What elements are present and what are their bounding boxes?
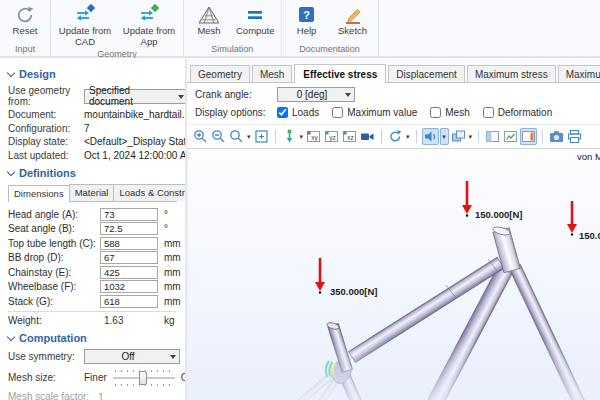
ribbon-group-label: Simulation — [187, 43, 278, 56]
settings-panel: Design Use geometry from: Specified docu… — [0, 58, 187, 400]
tab-effective-stress[interactable]: Effective stress — [294, 64, 386, 83]
zoom-in-icon[interactable] — [192, 128, 209, 145]
update-from-app-label: Update from App — [121, 26, 177, 47]
mesh-button[interactable]: Mesh — [187, 2, 231, 43]
dropdown-caret-icon[interactable]: ▾ — [468, 133, 474, 141]
zoom-selected-icon[interactable] — [228, 128, 245, 145]
chevron-down-icon — [7, 332, 15, 340]
dropdown-arrow-icon — [345, 93, 351, 97]
ribbon-group-input: Reset Input — [0, 0, 51, 56]
rotate-icon[interactable] — [387, 128, 404, 145]
update-from-cad-icon — [73, 3, 97, 26]
dropdown-caret-icon[interactable]: ▾ — [299, 133, 305, 141]
compute-icon — [245, 3, 265, 26]
dropdown-arrow-icon — [170, 355, 176, 359]
design-section-header[interactable]: Design — [8, 68, 177, 80]
head-angle-label: Head angle (A): — [8, 209, 100, 220]
definitions-section-title: Definitions — [19, 167, 76, 179]
zoom-extents-icon[interactable] — [253, 128, 270, 145]
use-symmetry-select[interactable]: Off — [84, 349, 180, 364]
compute-button[interactable]: Compute — [233, 2, 278, 43]
bb-drop-label: BB drop (D): — [8, 252, 100, 263]
top-tube-length-unit: mm — [164, 238, 181, 249]
print-icon[interactable] — [566, 128, 583, 145]
update-from-app-button[interactable]: Update from App — [118, 2, 180, 48]
configuration-label: Configuration: — [8, 123, 84, 134]
tab-maximum-stress-range[interactable]: Maximum stress range — [558, 65, 600, 82]
wheelbase-input[interactable] — [100, 280, 158, 293]
tab-dimensions[interactable]: Dimensions — [8, 185, 70, 202]
chainstay-input[interactable] — [100, 266, 158, 279]
tab-material[interactable]: Material — [69, 184, 115, 201]
checkbox-maximum-value[interactable]: Maximum value — [332, 107, 417, 118]
definitions-tabbar: Dimensions Material Loads & Constraints — [8, 184, 177, 202]
checkbox-deformation[interactable]: Deformation — [483, 107, 552, 118]
use-geometry-from-select[interactable]: Specified document — [84, 89, 187, 104]
default-view-icon[interactable] — [281, 128, 298, 145]
split-view-icon[interactable] — [484, 128, 501, 145]
dropdown-caret-icon[interactable]: ▾ — [246, 133, 252, 141]
definitions-section-header[interactable]: Definitions — [8, 167, 177, 179]
mesh-size-label: Mesh size: — [8, 372, 84, 383]
dropdown-caret-icon[interactable]: ▾ — [405, 133, 411, 141]
finer-label: Finer — [84, 372, 107, 383]
use-geometry-from-label: Use geometry from: — [8, 85, 84, 107]
ribbon-group-simulation: Mesh Compute Simulation — [184, 0, 282, 56]
checkbox-loads[interactable]: Loads — [277, 107, 319, 118]
computation-section-header[interactable]: Computation — [8, 332, 177, 344]
mesh-size-slider[interactable] — [113, 369, 175, 387]
load-arrow — [462, 181, 472, 217]
head-angle-input[interactable] — [100, 208, 158, 221]
load-arrow — [567, 201, 577, 236]
plot-window-icon[interactable] — [502, 128, 519, 145]
ribbon-group-documentation: ? Help Sketch Documentation — [282, 0, 379, 56]
slider-thumb[interactable] — [139, 371, 147, 385]
bb-drop-input[interactable] — [100, 251, 158, 264]
help-icon: ? — [299, 3, 314, 26]
mesh-label: Mesh — [197, 26, 220, 37]
reset-label: Reset — [13, 26, 38, 37]
mesh-scale-factor-value: 1 — [98, 391, 104, 400]
view-xz-icon[interactable]: xz — [341, 128, 358, 145]
svg-text:xy: xy — [311, 134, 318, 142]
svg-text:yz: yz — [329, 134, 336, 142]
configuration-value: 7 — [84, 123, 90, 134]
chainstay-label: Chainstay (E): — [8, 267, 100, 278]
crank-angle-select[interactable]: 0 [deg] — [277, 87, 355, 102]
load-label-right: 150.0 — [579, 230, 600, 241]
view-yz-icon[interactable]: yz — [323, 128, 340, 145]
stack-label: Stack (G): — [8, 296, 100, 307]
zoom-out-icon[interactable] — [210, 128, 227, 145]
last-updated-label: Last updated: — [8, 150, 84, 161]
weight-unit: kg — [164, 315, 175, 326]
color-legend-icon[interactable] — [520, 128, 537, 145]
tab-displacement[interactable]: Displacement — [388, 65, 465, 82]
svg-text:xz: xz — [347, 134, 354, 141]
scene-light-caret-icon[interactable]: ▾ — [440, 128, 449, 145]
top-tube-length-input[interactable] — [100, 237, 158, 250]
use-symmetry-label: Use symmetry: — [8, 351, 84, 362]
checkbox-mesh[interactable]: Mesh — [430, 107, 469, 118]
sketch-label: Sketch — [338, 26, 367, 37]
update-from-cad-button[interactable]: Update from CAD — [54, 2, 116, 48]
snapshot-icon[interactable] — [548, 128, 565, 145]
help-button[interactable]: ? Help — [285, 2, 329, 43]
tab-geometry[interactable]: Geometry — [190, 65, 250, 82]
view-xy-icon[interactable]: xy — [305, 128, 322, 145]
computation-section-title: Computation — [19, 332, 87, 344]
movie-icon[interactable] — [359, 128, 376, 145]
chevron-down-icon — [7, 69, 15, 77]
tab-mesh[interactable]: Mesh — [252, 65, 292, 82]
scene-light-icon[interactable] — [422, 128, 439, 145]
seat-angle-input[interactable] — [100, 222, 158, 235]
sketch-button[interactable]: Sketch — [331, 2, 375, 43]
reset-button[interactable]: Reset — [3, 2, 47, 43]
crank-angle-label: Crank angle: — [195, 89, 277, 100]
stack-input[interactable] — [100, 295, 158, 308]
last-updated-value: Oct 1, 2024 12:00:00 AM — [84, 150, 187, 161]
graphics-canvas[interactable]: 350.000[N] 150.000[N] 150.0 von Mise — [187, 149, 600, 400]
tab-loads-constraints[interactable]: Loads & Constraints — [113, 184, 187, 201]
transparency-icon[interactable] — [450, 128, 467, 145]
legend-title: von Mise — [577, 151, 600, 162]
tab-maximum-stress[interactable]: Maximum stress — [467, 65, 556, 82]
